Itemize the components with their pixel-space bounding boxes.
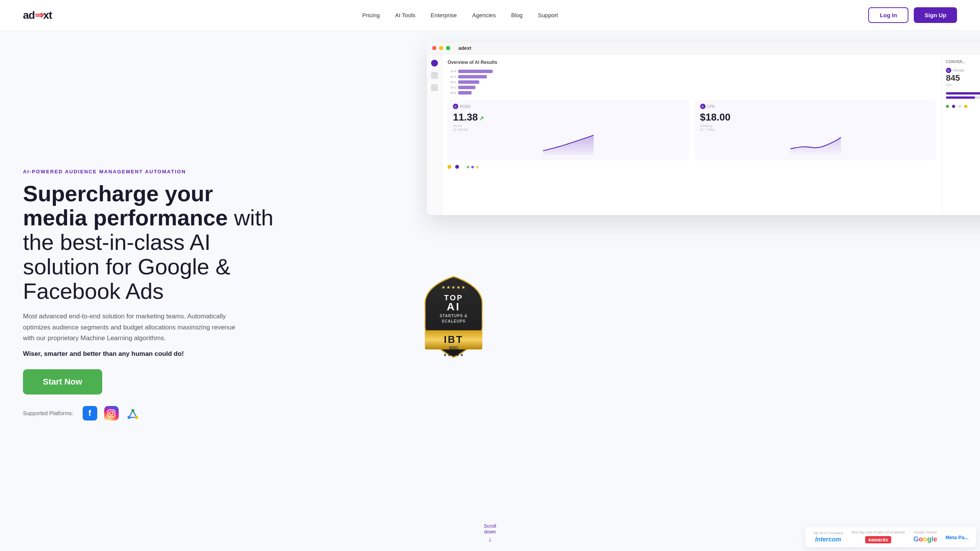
facebook-icon[interactable]: f <box>83 406 97 421</box>
conv-bar-2 <box>946 96 980 99</box>
mockup-body: Overview of AI Results 24.8 22.4 18.1 <box>427 54 980 215</box>
convert-sub: Female <box>953 68 964 72</box>
login-button[interactable]: Log In <box>868 7 908 23</box>
convert-label: CONVER... <box>946 60 980 64</box>
bar-fill-3 <box>458 80 479 84</box>
logo-arrow: ⇒ <box>35 9 43 21</box>
cpa-badge: C <box>700 104 706 109</box>
bar-label-3: 18.1 <box>448 80 456 84</box>
hero-bold-line: Wiser, smarter and better than any human… <box>23 350 276 358</box>
signup-button[interactable]: Sign Up <box>914 7 957 23</box>
awards-row: Top 50 AI Company Intercom Best Big Data… <box>805 527 976 547</box>
mockup-sidebar <box>427 54 442 215</box>
roas-sub: 25-44 ID: 89789 <box>453 124 684 132</box>
svg-text:★★★★★: ★★★★★ <box>441 285 466 290</box>
navbar: ad⇒xt Pricing AI Tools Enterprise Agenci… <box>0 0 980 31</box>
scroll-label2: down <box>484 529 496 535</box>
nav-actions: Log In Sign Up <box>868 7 957 23</box>
svg-text:STARTUPS &: STARTUPS & <box>440 314 468 318</box>
award-eawards-label: Best Big Data Project 2019 awards <box>851 530 905 535</box>
nav-support[interactable]: Support <box>538 12 558 18</box>
nav-ai-tools[interactable]: AI Tools <box>395 12 415 18</box>
nav-links: Pricing AI Tools Enterprise Agencies Blo… <box>362 12 558 19</box>
hero-title-bold: Supercharge your media performance <box>23 181 228 230</box>
sidebar-icon-2[interactable] <box>431 84 438 91</box>
eawards-logo: eawards <box>865 536 891 543</box>
conv-bar-1 <box>946 92 980 95</box>
award-meta: Meta Pa... <box>946 533 969 540</box>
g-yellow: o <box>923 535 927 543</box>
award-intercom-label: Top 50 AI Company <box>813 531 843 535</box>
convert-bars <box>946 92 980 99</box>
nav-agencies[interactable]: Agencies <box>472 12 496 18</box>
bar-label-2: 22.4 <box>448 75 456 78</box>
cpa-sub: Desktop ID: 77864 <box>700 124 931 132</box>
hero-description: Most advanced end-to-end solution for ma… <box>23 311 245 344</box>
nav-pricing[interactable]: Pricing <box>362 12 380 18</box>
bar-label-1: 24.8 <box>448 70 456 73</box>
roas-arrow: ↗ <box>479 115 484 122</box>
scatter-2 <box>471 166 474 168</box>
mockup-content: Overview of AI Results 24.8 22.4 18.1 <box>442 54 942 215</box>
roas-label: C ROAS <box>453 104 684 109</box>
hero-section: AI-POWERED AUDIENCE MANAGEMENT AUTOMATIO… <box>0 31 980 551</box>
roas-card: C ROAS 11.38↗ 25-44 ID: 89789 <box>448 100 689 160</box>
hero-left: AI-POWERED AUDIENCE MANAGEMENT AUTOMATIO… <box>23 169 291 421</box>
sidebar-icon-active[interactable] <box>431 60 438 67</box>
svg-rect-0 <box>108 410 114 417</box>
bar-item-4: 14.2 <box>448 86 936 89</box>
mockup-logo: adext <box>458 45 471 51</box>
hero-title: Supercharge your media performance with … <box>23 181 276 303</box>
mockup-topbar: adext <box>427 42 980 54</box>
roas-chart <box>453 134 684 155</box>
hero-tag: AI-POWERED AUDIENCE MANAGEMENT AUTOMATIO… <box>23 169 276 174</box>
cpa-sub2-text: ID: 77864 <box>700 128 715 132</box>
svg-point-2 <box>113 411 114 412</box>
svg-point-1 <box>109 412 113 415</box>
svg-text:2021: 2021 <box>449 346 458 350</box>
logo[interactable]: ad⇒xt <box>23 9 52 21</box>
dots-row <box>448 165 936 169</box>
bar-chart: 24.8 22.4 18.1 14.2 <box>448 70 936 95</box>
hero-dashboard-area: adext Overview of AI Results 24.8 <box>412 31 980 551</box>
rp-dot-1 <box>946 105 949 108</box>
start-now-button[interactable]: Start Now <box>23 369 102 395</box>
bar-label-5: 10.9 <box>448 91 456 95</box>
rp-dot-4 <box>964 105 967 108</box>
convert-sub2: 845 <box>946 83 980 87</box>
award-eawards: Best Big Data Project 2019 awards eaward… <box>851 530 905 543</box>
bar-fill-2 <box>458 75 487 78</box>
sidebar-icon-1[interactable] <box>431 72 438 79</box>
scatter-group <box>467 166 479 168</box>
scroll-down[interactable]: Scroll down ↓ <box>484 523 497 543</box>
right-panel: CONVER... C Female 845 845 <box>942 54 980 215</box>
meta-logo-text: Meta Pa... <box>946 535 969 540</box>
rp-dot-2 <box>952 105 955 108</box>
logo-part1: ad <box>23 9 35 21</box>
bar-fill-4 <box>458 86 475 89</box>
scroll-label: Scroll <box>484 523 497 529</box>
section-header: Overview of AI Results <box>448 60 936 65</box>
dot-purple <box>455 165 459 169</box>
svg-text:AI: AI <box>447 301 461 313</box>
nav-enterprise[interactable]: Enterprise <box>431 12 457 18</box>
cpa-label: C CPA <box>700 104 931 109</box>
svg-point-5 <box>135 416 138 419</box>
dot-orange <box>448 165 451 169</box>
g-red: o <box>919 535 923 543</box>
platforms-row: Supported Platforms: f <box>23 406 276 421</box>
logo-part2: xt <box>43 9 52 21</box>
award-google: Google Partner Google <box>913 530 937 543</box>
svg-text:IBT: IBT <box>444 334 464 345</box>
platforms-label: Supported Platforms: <box>23 410 74 416</box>
rp-scatter <box>946 105 980 108</box>
convert-badge: C <box>946 68 951 73</box>
google-ads-icon[interactable] <box>126 406 140 421</box>
cpa-card: C CPA $18.00 Desktop ID: 77864 <box>695 100 936 160</box>
instagram-icon[interactable] <box>104 406 119 421</box>
bar-item-3: 18.1 <box>448 80 936 84</box>
cpa-chart <box>700 134 931 155</box>
svg-point-6 <box>131 409 134 412</box>
dot-yellow <box>439 46 443 50</box>
nav-blog[interactable]: Blog <box>511 12 523 18</box>
